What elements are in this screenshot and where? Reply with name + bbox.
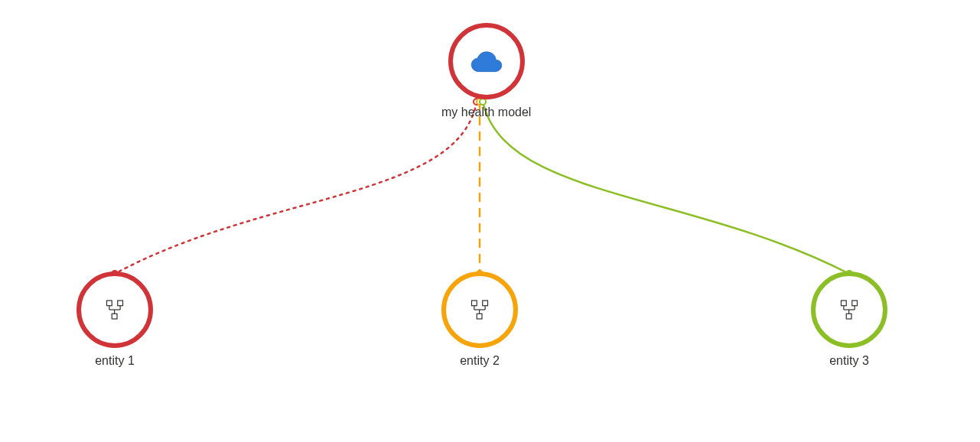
entity-node-2-ring [441,271,518,348]
entity-node-1[interactable]: entity 1 [77,271,153,368]
entity-node-2-label: entity 2 [460,354,500,368]
svg-rect-8 [483,301,488,306]
svg-rect-14 [842,301,847,306]
svg-rect-0 [107,301,112,306]
entity-node-3-label: entity 3 [829,354,869,368]
entity-node-3[interactable]: entity 3 [811,271,887,368]
hierarchy-icon [468,298,491,321]
svg-rect-16 [846,314,851,319]
entity-node-1-ring [77,271,153,348]
hierarchy-icon [838,298,861,321]
entity-node-1-label: entity 1 [95,354,135,368]
entity-node-2[interactable]: entity 2 [441,271,518,368]
edge-entity-3 [483,102,849,274]
root-node-ring [448,23,525,99]
svg-rect-9 [477,314,482,319]
svg-rect-2 [112,314,117,319]
svg-rect-15 [852,301,858,306]
root-node[interactable]: my health model [441,23,531,119]
cloud-icon [470,50,503,73]
svg-rect-1 [118,301,123,306]
root-node-label: my health model [441,106,531,119]
health-model-diagram: my health model entity 1 [0,0,980,442]
entity-node-3-ring [811,271,887,348]
svg-rect-7 [472,301,477,306]
hierarchy-icon [103,298,126,321]
edge-entity-1 [115,102,477,274]
